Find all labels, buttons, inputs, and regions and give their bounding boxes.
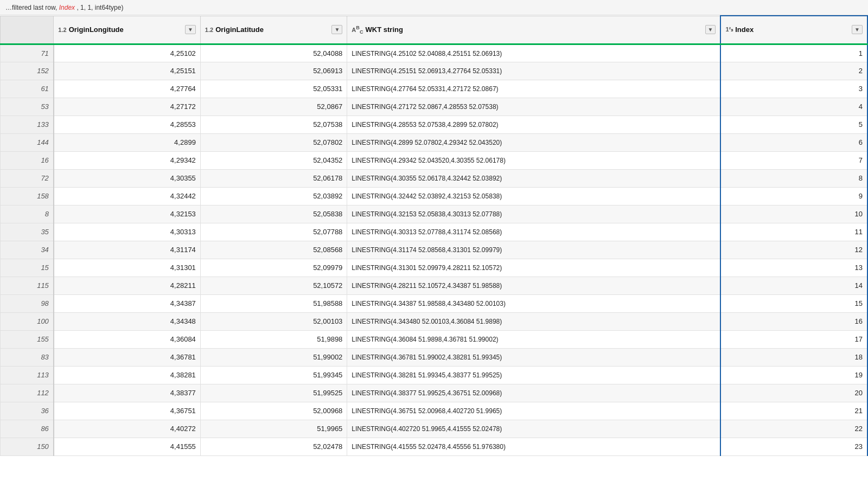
cell-rownum: 133 — [1, 115, 54, 133]
cell-rownum: 158 — [1, 187, 54, 205]
cell-index: 12 — [720, 241, 867, 259]
cell-lon: 4,29342 — [54, 151, 201, 169]
table-row: 614,2776452,05331LINESTRING(4.27764 52.0… — [1, 80, 868, 98]
cell-lon: 4,25102 — [54, 44, 201, 62]
cell-wkt: LINESTRING(4.25151 52.06913,4.27764 52.0… — [347, 62, 721, 80]
table-header-row: 1.2 OriginLongitude ▼ 1.2 OriginLatitude… — [1, 16, 868, 44]
table-row: 84,3215352,05838LINESTRING(4.32153 52.05… — [1, 205, 868, 223]
cell-index: 18 — [720, 348, 867, 366]
cell-rownum: 152 — [1, 62, 54, 80]
cell-lon: 4,40272 — [54, 420, 201, 438]
cell-wkt: LINESTRING(4.402720 51.9965,4.41555 52.0… — [347, 420, 721, 438]
col-name-lat: OriginLatitude — [215, 25, 264, 34]
cell-lat: 51,99002 — [200, 348, 347, 366]
cell-wkt: LINESTRING(4.41555 52.02478,4.45556 51.9… — [347, 438, 721, 455]
type-badge-index: 1²₃ — [725, 26, 733, 33]
cell-wkt: LINESTRING(4.30355 52.06178,4.32442 52.0… — [347, 169, 721, 187]
cell-wkt: LINESTRING(4.343480 52.00103,4.36084 51.… — [347, 312, 721, 330]
table-row: 354,3031352,07788LINESTRING(4.30313 52.0… — [1, 223, 868, 241]
table-body: 714,2510252,04088LINESTRING(4.25102 52.0… — [1, 44, 868, 455]
cell-rownum: 16 — [1, 151, 54, 169]
cell-index: 5 — [720, 115, 867, 133]
type-badge-lat: 1.2 — [205, 27, 213, 33]
cell-index: 11 — [720, 223, 867, 241]
cell-lat: 52,02478 — [200, 438, 347, 455]
cell-wkt: LINESTRING(4.31174 52.08568,4.31301 52.0… — [347, 241, 721, 259]
cell-rownum: 150 — [1, 438, 54, 455]
cell-lon: 4,30355 — [54, 169, 201, 187]
cell-lat: 52,08568 — [200, 241, 347, 259]
table-row: 154,3130152,09979LINESTRING(4.31301 52.0… — [1, 259, 868, 277]
cell-lon: 4,28211 — [54, 277, 201, 294]
type-badge-lon: 1.2 — [58, 27, 66, 33]
cell-rownum: 71 — [1, 44, 54, 62]
table-row: 534,2717252,0867LINESTRING(4.27172 52.08… — [1, 98, 868, 115]
cell-lon: 4,41555 — [54, 438, 201, 455]
cell-lon: 4,34348 — [54, 312, 201, 330]
cell-rownum: 15 — [1, 259, 54, 277]
cell-lat: 51,99525 — [200, 384, 347, 402]
cell-index: 4 — [720, 98, 867, 115]
col-dropdown-lat[interactable]: ▼ — [331, 25, 342, 34]
cell-index: 2 — [720, 62, 867, 80]
col-name-index: Index — [735, 25, 754, 34]
cell-index: 7 — [720, 151, 867, 169]
cell-lon: 4,27172 — [54, 98, 201, 115]
cell-wkt: LINESTRING(4.29342 52.043520,4.30355 52.… — [347, 151, 721, 169]
cell-index: 13 — [720, 259, 867, 277]
cell-index: 15 — [720, 294, 867, 312]
type-badge-wkt: ABC — [352, 25, 363, 35]
cell-rownum: 144 — [1, 133, 54, 151]
table-row: 1154,2821152,10572LINESTRING(4.28211 52.… — [1, 277, 868, 294]
cell-rownum: 112 — [1, 384, 54, 402]
col-dropdown-index[interactable]: ▼ — [852, 25, 863, 34]
cell-lat: 51,98588 — [200, 294, 347, 312]
cell-lat: 52,07788 — [200, 223, 347, 241]
cell-rownum: 100 — [1, 312, 54, 330]
cell-rownum: 36 — [1, 402, 54, 420]
data-table: 1.2 OriginLongitude ▼ 1.2 OriginLatitude… — [0, 15, 868, 456]
col-header-wkt: ABC WKT string ▼ — [347, 16, 721, 44]
cell-lat: 52,0867 — [200, 98, 347, 115]
cell-lon: 4,36084 — [54, 330, 201, 348]
table-row: 364,3675152,00968LINESTRING(4.36751 52.0… — [1, 402, 868, 420]
cell-wkt: LINESTRING(4.27764 52.05331,4.27172 52.0… — [347, 80, 721, 98]
cell-rownum: 8 — [1, 205, 54, 223]
table-row: 1554,3608451,9898LINESTRING(4.36084 51.9… — [1, 330, 868, 348]
topbar-text: …filtered last row, Index , 1, 1, int64t… — [5, 4, 123, 11]
cell-index: 22 — [720, 420, 867, 438]
col-header-orig-lat: 1.2 OriginLatitude ▼ — [200, 16, 347, 44]
cell-lat: 52,04352 — [200, 151, 347, 169]
table-row: 1504,4155552,02478LINESTRING(4.41555 52.… — [1, 438, 868, 455]
cell-lat: 51,9965 — [200, 420, 347, 438]
table-row: 1524,2515152,06913LINESTRING(4.25151 52.… — [1, 62, 868, 80]
cell-lon: 4,31301 — [54, 259, 201, 277]
cell-lat: 52,03892 — [200, 187, 347, 205]
cell-rownum: 86 — [1, 420, 54, 438]
cell-wkt: LINESTRING(4.30313 52.07788,4.31174 52.0… — [347, 223, 721, 241]
cell-index: 17 — [720, 330, 867, 348]
cell-lat: 52,00103 — [200, 312, 347, 330]
cell-lon: 4,30313 — [54, 223, 201, 241]
cell-index: 21 — [720, 402, 867, 420]
table-row: 1334,2855352,07538LINESTRING(4.28553 52.… — [1, 115, 868, 133]
cell-rownum: 155 — [1, 330, 54, 348]
cell-wkt: LINESTRING(4.32153 52.05838,4.30313 52.0… — [347, 205, 721, 223]
table-row: 1134,3828151,99345LINESTRING(4.38281 51.… — [1, 366, 868, 384]
cell-index: 9 — [720, 187, 867, 205]
top-bar: …filtered last row, Index , 1, 1, int64t… — [0, 0, 868, 15]
cell-lat: 52,09979 — [200, 259, 347, 277]
cell-lat: 52,05331 — [200, 80, 347, 98]
col-dropdown-wkt[interactable]: ▼ — [705, 25, 716, 34]
cell-lat: 52,07802 — [200, 133, 347, 151]
cell-index: 10 — [720, 205, 867, 223]
table-row: 1004,3434852,00103LINESTRING(4.343480 52… — [1, 312, 868, 330]
col-dropdown-lon[interactable]: ▼ — [185, 25, 196, 34]
cell-index: 6 — [720, 133, 867, 151]
cell-rownum: 53 — [1, 98, 54, 115]
cell-wkt: LINESTRING(4.32442 52.03892,4.32153 52.0… — [347, 187, 721, 205]
table-row: 164,2934252,04352LINESTRING(4.29342 52.0… — [1, 151, 868, 169]
cell-lon: 4,25151 — [54, 62, 201, 80]
cell-wkt: LINESTRING(4.36084 51.9898,4.36781 51.99… — [347, 330, 721, 348]
cell-rownum: 98 — [1, 294, 54, 312]
